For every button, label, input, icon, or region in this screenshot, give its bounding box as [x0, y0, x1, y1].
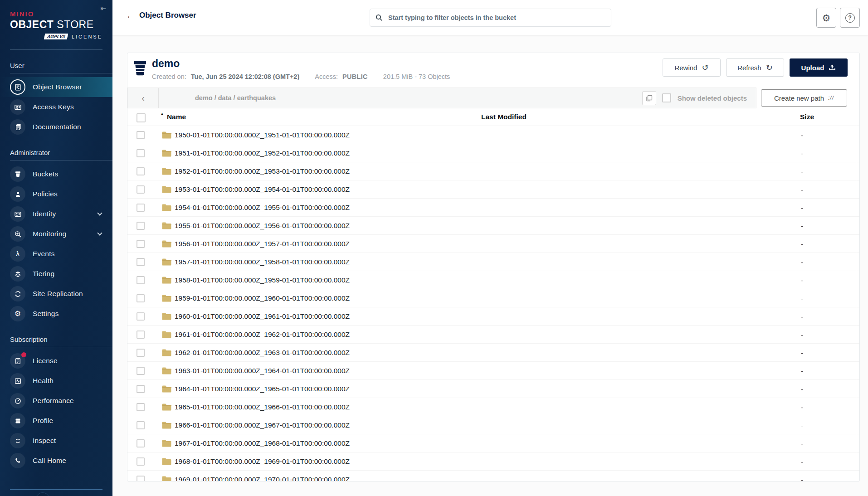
object-name: 1961-01-01T00:00:00.000Z_1962-01-01T00:0…	[175, 331, 350, 339]
row-checkbox[interactable]	[137, 131, 145, 139]
table-row[interactable]: 1964-01-01T00:00:00.000Z_1965-01-01T00:0…	[127, 380, 859, 398]
row-checkbox[interactable]	[137, 185, 145, 194]
sidebar-bottom-divider	[10, 489, 102, 490]
path-back-button[interactable]: ‹	[128, 88, 159, 108]
sidebar-item-tiering[interactable]: Tiering	[0, 264, 112, 284]
agpl-badge: AGPLV3	[44, 34, 68, 39]
table-row[interactable]: 1969-01-01T00:00:00.000Z_1970-01-01T00:0…	[127, 471, 859, 481]
table-row[interactable]: 1967-01-01T00:00:00.000Z_1968-01-01T00:0…	[127, 434, 859, 452]
folder-icon	[161, 185, 172, 195]
row-checkbox[interactable]	[137, 276, 145, 284]
table-row[interactable]: 1959-01-01T00:00:00.000Z_1960-01-01T00:0…	[127, 289, 859, 307]
object-size: -	[801, 312, 803, 320]
row-checkbox[interactable]	[137, 385, 145, 393]
row-checkbox[interactable]	[137, 331, 145, 339]
refresh-button[interactable]: Refresh ↻	[726, 58, 784, 77]
policies-icon	[10, 186, 25, 202]
row-checkbox[interactable]	[137, 167, 145, 175]
row-checkbox[interactable]	[137, 294, 145, 302]
table-body: 1950-01-01T00:00:00.000Z_1951-01-01T00:0…	[127, 126, 859, 481]
table-row[interactable]: 1958-01-01T00:00:00.000Z_1959-01-01T00:0…	[127, 271, 859, 289]
sidebar-item-performance[interactable]: Performance	[0, 391, 112, 411]
object-name: 1962-01-01T00:00:00.000Z_1963-01-01T00:0…	[175, 349, 350, 357]
row-checkbox[interactable]	[137, 476, 145, 481]
sidebar-item-site-replication[interactable]: Site Replication	[0, 284, 112, 304]
object-size: -	[801, 131, 803, 139]
sidebar-item-settings[interactable]: ⚙Settings	[0, 304, 112, 324]
sidebar-bottom-icon[interactable]	[34, 492, 52, 496]
sidebar-item-label: Access Keys	[33, 103, 112, 111]
copy-icon	[646, 95, 653, 102]
license-alert-badge	[21, 352, 26, 357]
help-button[interactable]: ?	[840, 8, 860, 28]
sidebar-item-inspect[interactable]: Inspect	[0, 431, 112, 451]
row-checkbox[interactable]	[137, 439, 145, 447]
rewind-label: Rewind	[674, 64, 697, 72]
sidebar-item-identity[interactable]: Identity	[0, 204, 112, 224]
table-row[interactable]: 1961-01-01T00:00:00.000Z_1962-01-01T00:0…	[127, 326, 859, 344]
sidebar-item-object-browser[interactable]: Object Browser	[0, 77, 112, 97]
upload-button[interactable]: Upload	[790, 58, 848, 77]
table-row[interactable]: 1963-01-01T00:00:00.000Z_1964-01-01T00:0…	[127, 362, 859, 380]
table-row[interactable]: 1956-01-01T00:00:00.000Z_1957-01-01T00:0…	[127, 235, 859, 253]
table-row[interactable]: 1955-01-01T00:00:00.000Z_1956-01-01T00:0…	[127, 217, 859, 235]
show-deleted-toggle: Show deleted objects	[662, 93, 747, 102]
row-checkbox[interactable]	[137, 367, 145, 375]
table-row[interactable]: 1952-01-01T00:00:00.000Z_1953-01-01T00:0…	[127, 162, 859, 180]
object-name: 1969-01-01T00:00:00.000Z_1970-01-01T00:0…	[175, 476, 350, 482]
sidebar-collapse-icon[interactable]: ⇤	[100, 5, 106, 13]
sidebar-item-policies[interactable]: Policies	[0, 184, 112, 204]
row-checkbox[interactable]	[137, 222, 145, 230]
table-row[interactable]: 1950-01-01T00:00:00.000Z_1951-01-01T00:0…	[127, 126, 859, 144]
settings-button[interactable]: ⚙	[816, 8, 836, 28]
sidebar-item-documentation[interactable]: Documentation	[0, 117, 112, 137]
create-new-path-button[interactable]: Create new path ://	[761, 89, 847, 107]
table-row[interactable]: 1965-01-01T00:00:00.000Z_1966-01-01T00:0…	[127, 398, 859, 416]
row-checkbox[interactable]	[137, 403, 145, 411]
object-name: 1965-01-01T00:00:00.000Z_1966-01-01T00:0…	[175, 403, 350, 411]
page-back-button[interactable]: ← Object Browser	[126, 11, 196, 20]
row-checkbox[interactable]	[137, 421, 145, 429]
row-checkbox[interactable]	[137, 149, 145, 157]
scrollbar-track[interactable]	[856, 109, 856, 481]
table-row[interactable]: 1951-01-01T00:00:00.000Z_1952-01-01T00:0…	[127, 144, 859, 162]
object-filter-search	[370, 9, 611, 27]
sidebar-item-label: Call Home	[33, 457, 112, 465]
section-label-administrator: Administrator	[0, 137, 112, 160]
refresh-icon: ↻	[766, 63, 773, 72]
table-row[interactable]: 1960-01-01T00:00:00.000Z_1961-01-01T00:0…	[127, 307, 859, 326]
table-row[interactable]: 1968-01-01T00:00:00.000Z_1969-01-01T00:0…	[127, 452, 859, 471]
table-row[interactable]: 1953-01-01T00:00:00.000Z_1954-01-01T00:0…	[127, 180, 859, 199]
sidebar-item-access-keys[interactable]: Access Keys	[0, 97, 112, 117]
table-row[interactable]: 1966-01-01T00:00:00.000Z_1967-01-01T00:0…	[127, 416, 859, 434]
object-size: -	[801, 294, 803, 302]
copy-path-button[interactable]	[642, 91, 656, 105]
row-checkbox[interactable]	[137, 204, 145, 212]
sidebar-item-events[interactable]: λEvents	[0, 244, 112, 264]
search-input[interactable]	[387, 14, 605, 22]
sidebar-item-health[interactable]: Health	[0, 371, 112, 391]
select-all-checkbox[interactable]	[137, 113, 146, 122]
license-icon	[10, 353, 25, 369]
column-header-size: Size	[800, 113, 814, 121]
spacer	[304, 73, 310, 80]
folder-icon	[161, 240, 172, 250]
row-checkbox[interactable]	[137, 457, 145, 466]
sidebar-item-monitoring[interactable]: Monitoring	[0, 224, 112, 244]
sidebar-item-license[interactable]: License	[0, 351, 112, 371]
sidebar-item-buckets[interactable]: Buckets	[0, 164, 112, 184]
section-divider	[10, 347, 112, 347]
column-header-name[interactable]: ▲ Name	[160, 113, 186, 121]
table-row[interactable]: 1954-01-01T00:00:00.000Z_1955-01-01T00:0…	[127, 199, 859, 217]
show-deleted-checkbox[interactable]	[662, 93, 671, 102]
rewind-button[interactable]: Rewind ↺	[663, 58, 721, 77]
row-checkbox[interactable]	[137, 258, 145, 266]
table-row[interactable]: 1962-01-01T00:00:00.000Z_1963-01-01T00:0…	[127, 344, 859, 362]
row-checkbox[interactable]	[137, 312, 145, 321]
row-checkbox[interactable]	[137, 240, 145, 248]
sidebar-item-call-home[interactable]: Call Home	[0, 451, 112, 471]
row-checkbox[interactable]	[137, 349, 145, 357]
sidebar-item-profile[interactable]: Profile	[0, 411, 112, 431]
sidebar-item-label: Identity	[33, 210, 98, 218]
table-row[interactable]: 1957-01-01T00:00:00.000Z_1958-01-01T00:0…	[127, 253, 859, 271]
